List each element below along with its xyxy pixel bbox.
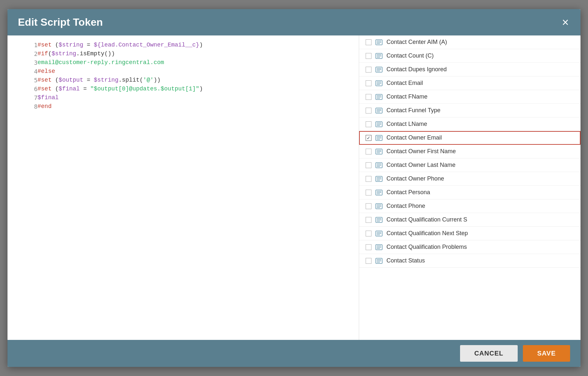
code-token: ( bbox=[48, 50, 52, 57]
line-number: 7 bbox=[15, 93, 37, 102]
token-list-item[interactable]: Contact Email bbox=[359, 76, 581, 90]
modal-header: Edit Script Token × bbox=[7, 9, 581, 35]
code-token: = bbox=[83, 42, 94, 48]
token-list-item[interactable]: Contact Phone bbox=[359, 199, 581, 213]
code-token: ) bbox=[199, 42, 203, 48]
token-list-item[interactable]: ✓ Contact Owner Email bbox=[359, 131, 581, 145]
code-token: $output bbox=[59, 77, 83, 83]
token-label: Contact Qualification Next Step bbox=[386, 230, 468, 237]
token-list-item[interactable]: Contact Qualification Problems bbox=[359, 240, 581, 254]
token-list-item[interactable]: Contact Dupes Ignored bbox=[359, 63, 581, 76]
token-type-icon bbox=[375, 121, 383, 128]
token-type-icon bbox=[375, 230, 383, 237]
token-type-icon bbox=[375, 135, 383, 141]
code-token: = bbox=[80, 86, 90, 92]
token-checkbox[interactable] bbox=[366, 203, 371, 209]
code-token: = bbox=[83, 77, 94, 83]
token-checkbox[interactable] bbox=[366, 258, 371, 264]
token-label: Contact Dupes Ignored bbox=[386, 66, 447, 73]
line-number: 5 bbox=[15, 76, 37, 85]
code-token: #set bbox=[37, 77, 55, 83]
token-label: Contact LName bbox=[386, 121, 427, 128]
token-checkbox[interactable] bbox=[366, 53, 371, 59]
token-label: Contact Center AIM (A) bbox=[386, 39, 447, 46]
token-label: Contact Owner Phone bbox=[386, 175, 444, 182]
code-token: .isEmpty()) bbox=[76, 50, 115, 57]
code-row: 3email@customer-reply.ringcentral.com bbox=[15, 58, 351, 67]
token-panel[interactable]: Contact Center AIM (A) Contact Count (C)… bbox=[359, 35, 581, 340]
code-token: ( bbox=[55, 77, 59, 83]
token-list-item[interactable]: Contact Owner First Name bbox=[359, 145, 581, 158]
code-token: $final bbox=[37, 94, 59, 101]
token-checkbox[interactable] bbox=[366, 244, 371, 250]
token-type-icon bbox=[375, 148, 383, 155]
code-row: 5#set ($output = $string.split('@')) bbox=[15, 76, 351, 85]
token-checkbox[interactable] bbox=[366, 176, 371, 182]
code-panel: 1#set ($string = ${lead.Contact_Owner_Em… bbox=[7, 35, 359, 340]
code-token: $string bbox=[51, 50, 76, 57]
line-number: 3 bbox=[15, 58, 37, 67]
token-list-item[interactable]: Contact Persona bbox=[359, 186, 581, 199]
token-checkbox[interactable] bbox=[366, 190, 371, 195]
code-row: 4#else bbox=[15, 67, 351, 76]
token-label: Contact Persona bbox=[386, 189, 430, 196]
cancel-button[interactable]: CANCEL bbox=[460, 345, 518, 362]
modal-title: Edit Script Token bbox=[18, 16, 103, 28]
token-type-icon bbox=[375, 162, 383, 168]
code-content: $final bbox=[37, 93, 351, 102]
token-type-icon bbox=[375, 258, 383, 264]
token-type-icon bbox=[375, 66, 383, 73]
token-checkbox[interactable] bbox=[366, 80, 371, 86]
token-checkbox[interactable] bbox=[366, 121, 371, 127]
line-number: 4 bbox=[15, 67, 37, 76]
code-token: #set bbox=[37, 42, 55, 48]
token-label: Contact Phone bbox=[386, 203, 425, 209]
code-row: 1#set ($string = ${lead.Contact_Owner_Em… bbox=[15, 41, 351, 49]
token-checkbox[interactable] bbox=[366, 108, 371, 114]
token-type-icon bbox=[375, 203, 383, 209]
token-label: Contact FName bbox=[386, 93, 427, 100]
modal-body: 1#set ($string = ${lead.Contact_Owner_Em… bbox=[7, 35, 581, 340]
token-list-item[interactable]: Contact Owner Phone bbox=[359, 172, 581, 186]
token-type-icon bbox=[375, 244, 383, 250]
token-checkbox[interactable] bbox=[366, 67, 371, 73]
token-checkbox[interactable] bbox=[366, 94, 371, 100]
code-content: #set ($output = $string.split('@')) bbox=[37, 76, 351, 85]
code-token: #else bbox=[37, 68, 55, 74]
token-list-item[interactable]: Contact Count (C) bbox=[359, 49, 581, 63]
modal-footer: CANCEL SAVE bbox=[7, 340, 581, 367]
token-list-item[interactable]: Contact FName bbox=[359, 90, 581, 104]
token-list-item[interactable]: Contact LName bbox=[359, 117, 581, 131]
token-checkbox[interactable]: ✓ bbox=[366, 135, 371, 141]
token-list-item[interactable]: Contact Center AIM (A) bbox=[359, 35, 581, 49]
token-label: Contact Owner Email bbox=[386, 134, 442, 141]
token-list-item[interactable]: Contact Qualification Next Step bbox=[359, 227, 581, 240]
token-type-icon bbox=[375, 217, 383, 223]
token-checkbox[interactable] bbox=[366, 231, 371, 236]
code-token: #set bbox=[37, 86, 55, 92]
code-token: #end bbox=[37, 103, 51, 110]
token-list-item[interactable]: Contact Status bbox=[359, 254, 581, 268]
code-token: ${lead.Contact_Owner_Email__c} bbox=[94, 42, 199, 48]
token-checkbox[interactable] bbox=[366, 39, 371, 45]
token-list-item[interactable]: Contact Owner Last Name bbox=[359, 158, 581, 172]
code-token: .split( bbox=[119, 77, 143, 83]
token-checkbox[interactable] bbox=[366, 217, 371, 223]
code-token: ( bbox=[55, 86, 59, 92]
token-checkbox[interactable] bbox=[366, 162, 371, 168]
token-list-item[interactable]: Contact Qualification Current S bbox=[359, 213, 581, 227]
token-type-icon bbox=[375, 80, 383, 87]
code-token: #if bbox=[37, 50, 48, 57]
token-label: Contact Qualification Current S bbox=[386, 216, 467, 223]
save-button[interactable]: SAVE bbox=[523, 345, 570, 362]
token-checkbox[interactable] bbox=[366, 149, 371, 154]
line-number: 6 bbox=[15, 85, 37, 93]
code-table: 1#set ($string = ${lead.Contact_Owner_Em… bbox=[15, 41, 351, 111]
token-type-icon bbox=[375, 107, 383, 114]
code-token: $string bbox=[94, 77, 119, 83]
code-token: '@' bbox=[143, 77, 153, 83]
token-list-item[interactable]: Contact Funnel Type bbox=[359, 104, 581, 117]
modal: Edit Script Token × 1#set ($string = ${l… bbox=[7, 9, 581, 367]
close-button[interactable]: × bbox=[561, 17, 570, 28]
code-token: email@customer-reply.ringcentral.com bbox=[37, 59, 164, 66]
